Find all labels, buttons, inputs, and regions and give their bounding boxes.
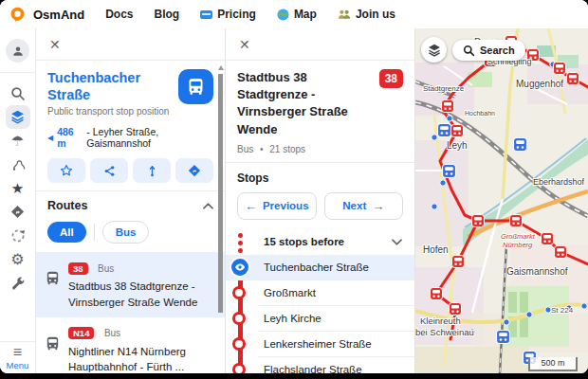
distance-value: 486 m xyxy=(57,126,83,149)
sidebar-item-navigation[interactable] xyxy=(6,200,30,224)
nav-link-join-us[interactable]: Join us xyxy=(338,8,395,21)
route-name: Stadtbus 38 Stadtgrenze - Virnsberger St… xyxy=(68,279,213,310)
routes-section-header[interactable]: Routes xyxy=(47,199,213,212)
map-label-gaismannshof: Gaismannshof xyxy=(506,266,568,277)
map-scale: 500 m xyxy=(528,357,578,371)
stop-row-current[interactable]: Tuchenbacher Straße xyxy=(226,255,414,280)
sidebar-item-tracks[interactable] xyxy=(6,153,30,176)
map-search-button[interactable]: Search xyxy=(452,40,525,61)
stop-marker xyxy=(232,337,246,351)
route-item-n14[interactable]: N14 Bus Nightliner N14 Nürnberg Hauptbah… xyxy=(36,317,225,373)
routes-header-label: Routes xyxy=(47,199,87,212)
route-filters: All Bus xyxy=(47,221,213,244)
osmand-web-app: OsmAnd Docs Blog Pricing Map Join us xyxy=(0,0,588,373)
map-label-grossmarkt-2: Nürnberg xyxy=(503,241,533,249)
next-button[interactable]: Next → xyxy=(324,192,404,220)
direction-arrow-icon: ◀ xyxy=(47,134,53,142)
map-search-label: Search xyxy=(480,45,515,56)
plan-route-icon xyxy=(10,228,26,244)
arrow-right-icon: → xyxy=(372,199,384,213)
navigation-diamond-icon xyxy=(10,205,25,219)
sidebar-item-weather[interactable]: ☂ xyxy=(6,129,30,153)
umbrella-icon: ☂ xyxy=(11,134,24,148)
map-canvas[interactable]: Stadtgrenze Doos Schniegling Muggenhof H… xyxy=(415,28,588,373)
route-panel-header: ✕ xyxy=(226,28,414,61)
sidebar-item-favorites[interactable]: ★ xyxy=(6,176,30,200)
navigation-diamond-icon xyxy=(188,164,201,177)
filter-all[interactable]: All xyxy=(47,222,86,243)
nav-link-blog[interactable]: Blog xyxy=(155,8,180,21)
distance-row: ◀ 486 m - Leyher Straße, Gaismannshof xyxy=(47,126,213,149)
scrollbar-up-arrow[interactable] xyxy=(218,63,224,70)
star-outline-icon xyxy=(60,164,73,177)
directions-button[interactable] xyxy=(175,158,213,183)
stop-row[interactable]: Leyh Kirche xyxy=(226,306,414,332)
stop-info-panel: ✕ Tuchenbacher Straße Public transport s… xyxy=(36,28,226,373)
favorite-button[interactable] xyxy=(47,158,85,183)
previous-button[interactable]: ← Previous xyxy=(237,192,317,220)
star-icon: ★ xyxy=(11,181,24,195)
stop-row[interactable]: Lenkersheimer Straße xyxy=(226,332,414,357)
route-kind: Bus xyxy=(98,263,114,274)
scrollbar-thumb[interactable] xyxy=(218,74,223,313)
nav-link-docs[interactable]: Docs xyxy=(105,8,133,21)
close-icon[interactable]: ✕ xyxy=(239,37,250,52)
stops-before-toggle[interactable]: 15 stops before xyxy=(226,229,414,255)
sidebar-item-layers[interactable] xyxy=(6,105,30,129)
sidebar-item-plan-route[interactable] xyxy=(6,224,30,247)
map-label-hofen: Hofen xyxy=(423,244,449,255)
layers-icon xyxy=(9,109,26,125)
nav-link-pricing[interactable]: Pricing xyxy=(200,8,256,21)
map-label-kleinreuth-1: Kleinreuth xyxy=(420,316,461,326)
person-icon xyxy=(11,45,25,58)
arrow-left-icon: ← xyxy=(245,199,257,213)
distance-address: - Leyher Straße, Gaismannshof xyxy=(86,126,213,149)
map-label-hochbahn: Hochbahn xyxy=(465,110,495,117)
stop-actions xyxy=(47,158,213,183)
menu-label: Menu xyxy=(7,360,29,370)
panel-scrollbar[interactable] xyxy=(217,63,224,370)
stop-row[interactable]: Großmarkt xyxy=(226,280,414,306)
bus-icon xyxy=(45,335,61,352)
share-icon xyxy=(103,165,116,177)
map-layers-button[interactable] xyxy=(421,37,447,63)
osmand-logo[interactable]: OsmAnd xyxy=(9,7,84,23)
filter-bus[interactable]: Bus xyxy=(102,221,150,244)
route-kind: Bus xyxy=(104,328,120,338)
map-label-st224: St 224 xyxy=(551,306,574,315)
close-icon[interactable]: ✕ xyxy=(49,37,61,52)
stops-pager: ← Previous Next → xyxy=(237,192,403,220)
map-label-leyh: Leyh xyxy=(447,140,468,151)
stops-timeline: 15 stops before Tuchenbacher Straße Groß… xyxy=(226,229,414,373)
map-label-kleinreuth-2: bei Schweinau xyxy=(415,327,474,337)
gear-icon: ⚙ xyxy=(10,252,24,267)
route-item-38[interactable]: 38 Bus Stadtbus 38 Stadtgrenze - Virnsbe… xyxy=(36,252,225,316)
search-icon xyxy=(463,45,475,57)
sidebar-item-search[interactable] xyxy=(6,81,30,105)
globe-icon xyxy=(277,9,289,21)
stop-type-button[interactable] xyxy=(178,69,213,104)
route-number-badge: 38 xyxy=(379,69,403,88)
measure-button[interactable] xyxy=(133,158,171,183)
divider xyxy=(36,190,225,191)
stop-row[interactable]: Flachslander Straße xyxy=(226,357,414,373)
wrench-icon xyxy=(10,276,25,290)
map-tiles: Stadtgrenze Doos Schniegling Muggenhof H… xyxy=(415,28,588,373)
chevron-up-icon xyxy=(203,203,213,209)
search-icon xyxy=(10,86,26,101)
account-avatar[interactable] xyxy=(6,39,29,63)
nav-link-map[interactable]: Map xyxy=(277,8,317,21)
route-meta: Bus • 21 stops xyxy=(237,144,403,154)
route-badge: 38 xyxy=(68,262,88,275)
route-detail-panel: ✕ Stadtbus 38 Stadtgrenze - Virnsberger … xyxy=(226,28,415,373)
sidebar-item-settings[interactable]: ⚙ xyxy=(6,247,30,271)
share-button[interactable] xyxy=(90,158,128,183)
map-label-stadtgrenze: Stadtgrenze xyxy=(423,84,465,93)
filter-separator xyxy=(94,224,95,241)
menu-button[interactable]: ≡ Menu xyxy=(0,341,36,373)
stop-marker xyxy=(232,286,246,299)
bus-icon xyxy=(186,77,206,97)
hamburger-icon: ≡ xyxy=(13,346,22,359)
sidebar-item-tools[interactable] xyxy=(6,271,30,295)
brand-label[interactable]: OsmAnd xyxy=(33,8,84,22)
